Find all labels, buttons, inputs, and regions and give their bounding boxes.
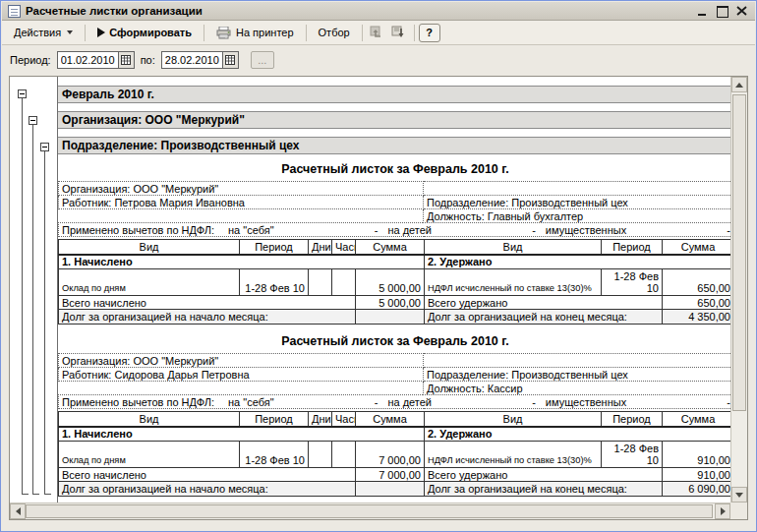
print-label: На принтер [236, 27, 294, 38]
filter-label: Отбор [319, 27, 350, 38]
accrual-period: 1-28 Фев 10 [240, 442, 309, 468]
total-accrued-value: 5 000,00 [356, 296, 425, 310]
scroll-up-button[interactable] [731, 77, 747, 92]
employee-cell: Работник: Петрова Мария Ивановна [59, 196, 424, 209]
report-content: Февраль 2010 г. Организация: ООО "Меркур… [57, 77, 732, 502]
sheet-arrow-up-icon [370, 26, 384, 39]
maximize-icon[interactable] [717, 6, 728, 16]
tree-line [32, 125, 33, 495]
empty-cell [59, 209, 424, 223]
tree-line [44, 151, 45, 495]
titlebar: Расчетные листки организации [2, 2, 755, 21]
period-from-input[interactable] [57, 51, 118, 69]
deduct-children-label: на детей [387, 396, 432, 408]
calendar-button-from[interactable] [118, 51, 135, 69]
scroll-left-button[interactable] [10, 503, 26, 519]
group-row-month[interactable]: Февраль 2010 г. [58, 86, 732, 103]
debt-row: Долг за организацией на начало месяца: Д… [59, 310, 733, 325]
vertical-scroll-thumb[interactable] [732, 94, 746, 411]
calendar-button-to[interactable] [222, 51, 239, 69]
debt-end-value: 6 090,00 [663, 482, 733, 497]
collapse-group-toggle[interactable] [18, 89, 27, 98]
total-withheld-value: 910,00 [663, 468, 733, 482]
department-cell: Подразделение: Производственный цех [424, 196, 733, 209]
position-cell: Должность: Кассир [424, 382, 733, 395]
debt-start-label: Долг за организацией на начало месяца: [59, 310, 356, 325]
col-header: Сумма [663, 412, 733, 427]
department-cell: Подразделение: Производственный цех [424, 368, 733, 382]
accrual-hours [332, 442, 356, 468]
period-label: Период: [10, 54, 51, 66]
scroll-right-button[interactable] [715, 503, 730, 519]
payslip-title: Расчетный листок за Февраль 2010 г. [58, 162, 732, 176]
help-button[interactable]: ? [419, 24, 440, 42]
table-row: Организация: ООО "Меркурий" [59, 182, 733, 196]
employee-cell: Работник: Сидорова Дарья Петровна [59, 368, 424, 382]
vertical-scrollbar[interactable] [730, 77, 747, 502]
col-header: Сумма [663, 240, 733, 255]
horizontal-scroll-thumb[interactable] [26, 504, 713, 518]
minimize-icon[interactable] [697, 6, 708, 16]
period-to-input[interactable] [161, 51, 222, 69]
payslip-info-table: Организация: ООО "Меркурий" Работник: Пе… [58, 181, 732, 237]
table-row: Организация: ООО "Меркурий" [59, 354, 733, 368]
col-header: Сумма [356, 412, 425, 427]
group-row-organization[interactable]: Организация: ООО "Меркурий" [58, 111, 732, 129]
table-row: Должность: Кассир [59, 382, 733, 395]
deductions-cell: Применено вычетов по НДФЛ: на "себя" - н… [59, 223, 733, 237]
actions-button[interactable]: Действия [6, 23, 81, 42]
payslip-2: Расчетный листок за Февраль 2010 г. Орга… [58, 334, 732, 497]
expand-groups-button[interactable] [388, 23, 410, 42]
col-header: Вид [59, 240, 240, 255]
payslip-title: Расчетный листок за Февраль 2010 г. [58, 334, 732, 348]
empty-cell [424, 354, 733, 368]
tree-elbow [44, 494, 51, 495]
debt-start-value [356, 310, 425, 325]
period-to-label: по: [141, 54, 155, 66]
table-row: Оклад по дням 1-28 Фев 10 5 000,00 НДФЛ … [59, 269, 733, 296]
totals-row: Всего начислено 5 000,00 Всего удержано … [59, 296, 733, 310]
withhold-name: НДФЛ исчисленный по ставке 13(30)% [425, 269, 602, 296]
arrow-left-icon [16, 507, 21, 515]
table-row: Оклад по дням 1-28 Фев 10 7 000,00 НДФЛ … [59, 442, 733, 468]
tree-elbow [32, 494, 39, 495]
col-header: Дни [309, 412, 332, 427]
deduct-self-value: - [375, 396, 378, 408]
col-header: Часы [332, 240, 356, 255]
group-row-department[interactable]: Подразделение: Производственный цех [58, 137, 732, 154]
deductions-cell: Применено вычетов по НДФЛ: на "себя" - н… [59, 395, 733, 409]
help-label: ? [426, 27, 433, 38]
accrued-section-label: 1. Начислено [59, 427, 425, 442]
withhold-sum: 650,00 [663, 269, 733, 296]
printer-icon [216, 27, 232, 39]
collapse-group-toggle[interactable] [40, 143, 49, 151]
totals-row: Всего начислено 7 000,00 Всего удержано … [59, 468, 733, 482]
col-header: Период [240, 412, 309, 427]
deduct-property-label: имущественных [546, 396, 626, 408]
collapse-groups-button[interactable] [367, 23, 388, 42]
debt-start-value [356, 482, 425, 497]
print-button[interactable]: На принтер [208, 23, 302, 43]
actions-label: Действия [14, 27, 61, 38]
close-icon[interactable] [736, 6, 747, 16]
section-row: 1. Начислено 2. Удержано [59, 255, 733, 269]
withhold-period: 1-28 Фев 10 [602, 269, 663, 296]
scroll-down-button[interactable] [731, 487, 747, 502]
grouping-tree-gutter [10, 77, 57, 502]
accrual-name: Оклад по дням [59, 269, 240, 296]
period-more-button[interactable]: ... [251, 51, 274, 69]
debt-end-label: Долг за организацией на конец месяца: [425, 310, 663, 325]
debt-end-label: Долг за организацией на конец месяца: [425, 482, 663, 497]
withhold-sum: 910,00 [663, 442, 733, 468]
debt-end-value: 4 350,00 [663, 310, 733, 325]
table-header-row: Вид Период Дни Часы Сумма Вид Период Сум… [59, 412, 733, 427]
accrual-sum: 5 000,00 [356, 269, 425, 296]
generate-button[interactable]: Сформировать [89, 23, 200, 42]
horizontal-scrollbar[interactable] [10, 502, 730, 519]
separator [85, 25, 86, 41]
filter-button[interactable]: Отбор [311, 23, 358, 42]
accrual-sum: 7 000,00 [356, 442, 425, 468]
collapse-group-toggle[interactable] [29, 116, 37, 125]
empty-cell [59, 382, 424, 395]
col-header: Часы [332, 412, 356, 427]
